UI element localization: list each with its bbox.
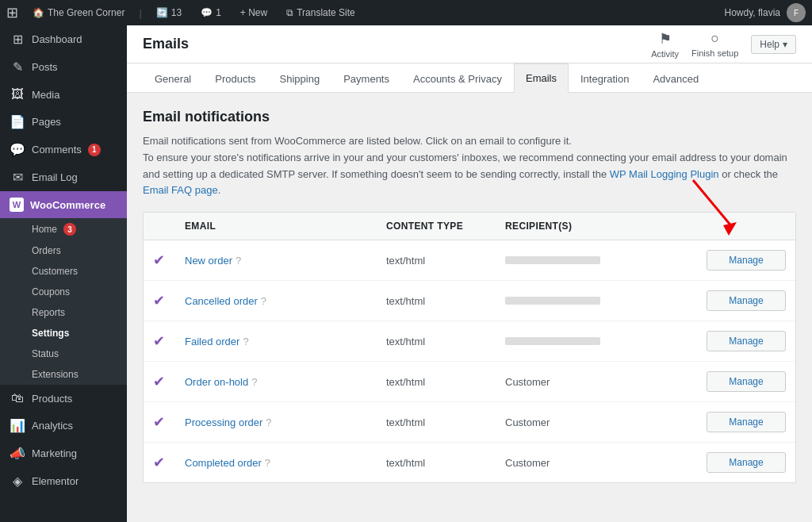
tabs-bar: General Products Shipping Payments Accou… — [127, 63, 812, 93]
sidebar-item-media[interactable]: 🖼 Media — [0, 81, 127, 108]
section-title: Email notifications — [143, 109, 796, 125]
manage-failed-order-button[interactable]: Manage — [707, 331, 786, 351]
sidebar-item-marketing[interactable]: 📣 Marketing — [0, 439, 127, 467]
manage-processing-order-button[interactable]: Manage — [707, 412, 786, 432]
translate-icon: ⧉ — [286, 7, 293, 18]
finish-setup-button[interactable]: ○ Finish setup — [691, 30, 738, 58]
sidebar-woocommerce[interactable]: W WooCommerce — [0, 191, 127, 218]
topbar-updates[interactable]: 🔄 13 — [151, 7, 186, 18]
tab-general[interactable]: General — [143, 64, 203, 93]
main-content: Emails ⚑ Activity ○ Finish setup Help ▾ … — [127, 25, 812, 522]
sidebar-item-home[interactable]: Home 3 — [0, 218, 127, 240]
help-icon-failed-order[interactable]: ? — [243, 336, 248, 347]
tab-payments[interactable]: Payments — [331, 64, 401, 93]
content-type-completed-order: text/html — [386, 457, 505, 469]
layout: ⊞ Dashboard ✎ Posts 🖼 Media 📄 Pages 💬 Co… — [0, 25, 812, 522]
content-type-new-order: text/html — [386, 255, 505, 267]
content-type-processing-order: text/html — [386, 416, 505, 428]
email-name-processing-order: Processing order ? — [185, 416, 386, 428]
sidebar-item-dashboard[interactable]: ⊞ Dashboard — [0, 25, 127, 53]
tab-products[interactable]: Products — [203, 64, 267, 93]
sidebar-item-comments[interactable]: 💬 Comments 1 — [0, 136, 127, 163]
check-icon-cancelled-order: ✔ — [153, 292, 185, 309]
email-name-cancelled-order: Cancelled order ? — [185, 295, 386, 307]
comments-badge: 1 — [88, 144, 101, 156]
media-icon: 🖼 — [10, 87, 25, 102]
tab-advanced[interactable]: Advanced — [641, 64, 710, 93]
sidebar-item-orders[interactable]: Orders — [0, 240, 127, 261]
recipient-failed-order — [505, 336, 707, 347]
avatar[interactable]: F — [787, 3, 806, 22]
sidebar-item-pages[interactable]: 📄 Pages — [0, 108, 127, 136]
sidebar-item-coupons[interactable]: Coupons — [0, 282, 127, 302]
sidebar-item-customers[interactable]: Customers — [0, 261, 127, 282]
cancelled-order-link[interactable]: Cancelled order — [185, 295, 258, 307]
help-icon-completed-order[interactable]: ? — [265, 457, 270, 469]
topbar-comments[interactable]: 💬 1 — [196, 7, 226, 18]
home-badge: 3 — [63, 223, 76, 236]
table-row: ✔ Order on-hold ? text/html Customer Man… — [144, 362, 795, 402]
email-name-completed-order: Completed order ? — [185, 457, 386, 469]
sidebar-item-posts[interactable]: ✎ Posts — [0, 53, 127, 81]
recipient-processing-order: Customer — [505, 416, 707, 428]
help-icon-cancelled-order[interactable]: ? — [261, 295, 266, 307]
updates-icon: 🔄 — [156, 7, 168, 18]
order-on-hold-link[interactable]: Order on-hold — [185, 376, 248, 388]
manage-completed-order-button[interactable]: Manage — [707, 452, 786, 473]
content-type-cancelled-order: text/html — [386, 295, 505, 307]
completed-order-link[interactable]: Completed order — [185, 457, 262, 469]
email-name-order-on-hold: Order on-hold ? — [185, 376, 386, 388]
tab-shipping[interactable]: Shipping — [268, 64, 332, 93]
recipient-new-order — [505, 255, 707, 267]
check-icon-failed-order: ✔ — [153, 332, 185, 350]
activity-button[interactable]: ⚑ Activity — [651, 30, 679, 59]
topbar-right: Howdy, flavia F — [725, 3, 806, 22]
sidebar-item-emaillog[interactable]: ✉ Email Log — [0, 163, 127, 191]
manage-order-on-hold-button[interactable]: Manage — [707, 371, 786, 392]
table-container: Email Content type Recipient(s) ✔ New or… — [143, 212, 796, 483]
topbar-user[interactable]: Howdy, flavia — [725, 7, 780, 18]
tab-integration[interactable]: Integration — [569, 64, 641, 93]
blurred-email — [505, 256, 600, 264]
manage-new-order-button[interactable]: Manage — [707, 250, 786, 271]
new-order-link[interactable]: New order — [185, 255, 232, 267]
table-row: ✔ Completed order ? text/html Customer M… — [144, 443, 795, 482]
wp-logo-icon[interactable]: ⊞ — [6, 4, 18, 21]
help-icon-new-order[interactable]: ? — [236, 255, 241, 267]
check-icon-order-on-hold: ✔ — [153, 373, 185, 390]
sidebar-item-extensions[interactable]: Extensions — [0, 364, 127, 385]
tab-emails[interactable]: Emails — [514, 63, 569, 93]
email-faq-link[interactable]: Email FAQ page — [143, 184, 218, 196]
sidebar-item-elementor[interactable]: ◈ Elementor — [0, 467, 127, 495]
topbar-new[interactable]: + New — [236, 7, 272, 18]
tab-accounts-privacy[interactable]: Accounts & Privacy — [401, 64, 514, 93]
chevron-down-icon: ▾ — [783, 39, 787, 50]
page-title: Emails — [143, 36, 189, 52]
email-name-new-order: New order ? — [185, 255, 386, 267]
sidebar-item-reports[interactable]: Reports — [0, 302, 127, 323]
topbar-translate[interactable]: ⧉ Translate Site — [282, 7, 360, 18]
sidebar-item-products[interactable]: 🛍 Products — [0, 385, 127, 412]
topbar-site-name[interactable]: 🏠 The Green Corner — [28, 7, 129, 18]
sidebar-item-analytics[interactable]: 📊 Analytics — [0, 412, 127, 439]
sidebar: ⊞ Dashboard ✎ Posts 🖼 Media 📄 Pages 💬 Co… — [0, 25, 127, 522]
site-icon: 🏠 — [33, 7, 44, 18]
wp-mail-link[interactable]: WP Mail Logging Plugin — [610, 168, 719, 180]
check-icon-completed-order: ✔ — [153, 454, 185, 471]
posts-icon: ✎ — [10, 59, 25, 75]
pages-icon: 📄 — [10, 114, 25, 129]
email-table: Email Content type Recipient(s) ✔ New or… — [143, 212, 796, 483]
sidebar-item-status[interactable]: Status — [0, 344, 127, 364]
help-button[interactable]: Help ▾ — [751, 35, 796, 54]
content-type-order-on-hold: text/html — [386, 376, 505, 388]
manage-cancelled-order-button[interactable]: Manage — [707, 290, 786, 311]
emaillog-icon: ✉ — [10, 170, 25, 185]
help-icon-processing-order[interactable]: ? — [266, 416, 271, 428]
sidebar-item-settings[interactable]: Settings — [0, 323, 127, 344]
processing-order-link[interactable]: Processing order — [185, 416, 262, 428]
failed-order-link[interactable]: Failed order — [185, 336, 239, 347]
section-description: Email notifications sent from WooCommerc… — [143, 133, 796, 199]
elementor-icon: ◈ — [10, 474, 25, 489]
page-content: Email notifications Email notifications … — [127, 93, 812, 522]
help-icon-order-on-hold[interactable]: ? — [251, 376, 257, 388]
